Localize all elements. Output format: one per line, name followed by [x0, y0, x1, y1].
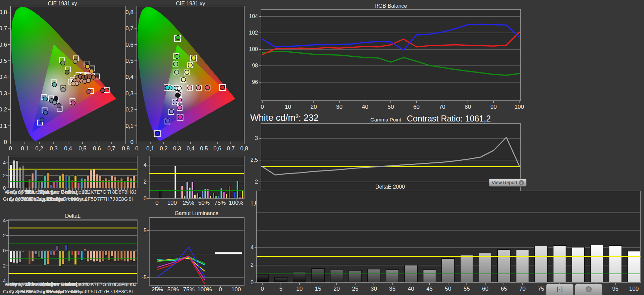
view-report-label: View Report	[492, 180, 517, 185]
svg-text:2: 2	[251, 262, 254, 268]
svg-text:10: 10	[296, 286, 303, 292]
svg-text:75%: 75%	[214, 200, 226, 206]
svg-text:8E: 8E	[115, 289, 121, 294]
svg-text:50%: 50%	[198, 200, 210, 206]
svg-text:100: 100	[249, 46, 258, 52]
svg-text:3: 3	[255, 135, 258, 141]
svg-text:8G: 8G	[121, 196, 128, 202]
svg-text:7J: 7J	[110, 289, 115, 294]
svg-text:45: 45	[426, 286, 433, 292]
svg-text:0: 0	[251, 280, 254, 285]
svg-text:0,8: 0,8	[125, 9, 133, 15]
svg-text:100: 100	[515, 104, 524, 110]
svg-text:30: 30	[336, 104, 342, 110]
svg-text:98: 98	[252, 63, 258, 68]
svg-text:50%: 50%	[167, 286, 179, 293]
gamma-title: Gamma Point	[370, 117, 401, 122]
svg-text:7J: 7J	[110, 196, 115, 202]
svg-text:0,3: 0,3	[50, 145, 58, 152]
svg-text:15: 15	[315, 286, 321, 292]
svg-text:60: 60	[413, 104, 420, 110]
svg-text:8H: 8H	[124, 189, 131, 195]
cie-1931-chart-colorchecker: CIE 1931 xy 00,10,20,30,40,50,60,70,800,…	[0, 1, 130, 152]
svg-text:4: 4	[3, 217, 6, 223]
svg-text:5: 5	[144, 228, 147, 233]
svg-text:70: 70	[519, 286, 526, 292]
svg-text:7E: 7E	[94, 281, 100, 287]
svg-text:5D: 5D	[91, 289, 97, 294]
svg-text:2: 2	[3, 233, 6, 238]
svg-text:0: 0	[4, 139, 7, 145]
svg-text:0,3: 0,3	[173, 145, 181, 152]
svg-text:-5: -5	[142, 275, 147, 280]
svg-text:0,4: 0,4	[125, 74, 133, 80]
svg-text:20: 20	[311, 104, 317, 110]
svg-text:0,7: 0,7	[107, 145, 115, 152]
svg-text:25: 25	[352, 286, 359, 292]
white-luminance-readout: White cd/m²: 232	[250, 113, 319, 123]
svg-text:100: 100	[167, 200, 177, 206]
zoom-region-button[interactable]: [·]	[546, 284, 574, 295]
svg-text:-2: -2	[1, 263, 6, 268]
charts-canvas: CIE 1931 xy 00,10,20,30,40,50,60,70,800,…	[0, 0, 644, 295]
svg-text:2F: 2F	[85, 289, 91, 294]
svg-text:0,4: 0,4	[64, 145, 72, 152]
colorchecker-deltae-chart: 024WhiteGray 80%Gray 65%Gray 50%Gray 35%…	[3, 156, 137, 202]
svg-text:8H: 8H	[124, 281, 131, 287]
svg-text:75: 75	[538, 286, 544, 292]
svg-text:0,1: 0,1	[0, 123, 7, 129]
svg-text:2K: 2K	[88, 189, 94, 195]
svg-text:8J: 8J	[131, 189, 137, 195]
svg-text:35: 35	[389, 286, 395, 292]
svg-text:2E: 2E	[82, 281, 88, 287]
svg-text:0,1: 0,1	[21, 145, 29, 152]
svg-text:2: 2	[255, 179, 258, 185]
svg-text:7G: 7G	[100, 281, 106, 287]
svg-text:8I: 8I	[129, 289, 133, 294]
svg-text:2E: 2E	[82, 189, 88, 195]
svg-text:0,4: 0,4	[186, 145, 195, 152]
svg-text:0: 0	[155, 200, 158, 206]
svg-text:0: 0	[144, 196, 147, 201]
svg-text:7G: 7G	[100, 189, 106, 195]
svg-text:0,5: 0,5	[200, 145, 208, 152]
svg-text:0,6: 0,6	[0, 42, 7, 48]
svg-text:95: 95	[612, 286, 619, 292]
svg-text:7F: 7F	[97, 196, 103, 202]
svg-text:0: 0	[135, 145, 138, 152]
svg-text:60: 60	[482, 286, 488, 292]
view-report-button[interactable]: View Report »	[489, 179, 527, 187]
svg-text:0,1: 0,1	[146, 145, 154, 152]
svg-text:96: 96	[252, 79, 258, 85]
svg-text:7I: 7I	[107, 281, 112, 287]
chevron-right-icon: »	[519, 180, 524, 185]
svg-text:7E: 7E	[94, 189, 100, 195]
svg-text:0,2: 0,2	[160, 145, 168, 152]
svg-text:0: 0	[261, 104, 264, 110]
svg-text:0: 0	[219, 286, 222, 293]
svg-text:0,2: 0,2	[125, 106, 133, 113]
cie2-title: CIE 1931 xy	[176, 1, 205, 6]
svg-text:7I: 7I	[107, 189, 112, 195]
svg-text:0,2: 0,2	[0, 106, 7, 113]
svg-text:4: 4	[3, 160, 6, 165]
svg-text:8E: 8E	[115, 196, 121, 202]
svg-text:75%: 75%	[183, 286, 195, 293]
svg-text:25%: 25%	[152, 286, 163, 293]
svg-text:0,7: 0,7	[227, 145, 235, 152]
svg-text:50: 50	[445, 286, 451, 292]
svg-text:0,7: 0,7	[0, 25, 7, 32]
svg-text:0,5: 0,5	[78, 145, 87, 152]
svg-text:8F: 8F	[119, 189, 125, 195]
svg-text:0,5: 0,5	[125, 58, 133, 64]
svg-text:25%: 25%	[183, 200, 194, 206]
svg-text:2,5: 2,5	[251, 157, 258, 163]
svg-text:40: 40	[408, 286, 414, 292]
svg-text:5: 5	[279, 286, 282, 292]
window-edge-highlight	[1, 0, 1, 15]
svg-text:0,1: 0,1	[125, 123, 133, 129]
cie1-title: CIE 1931 xy	[48, 1, 77, 6]
svg-text:8G: 8G	[121, 289, 128, 294]
svg-text:40: 40	[362, 104, 368, 110]
pan-button[interactable]	[575, 284, 602, 295]
